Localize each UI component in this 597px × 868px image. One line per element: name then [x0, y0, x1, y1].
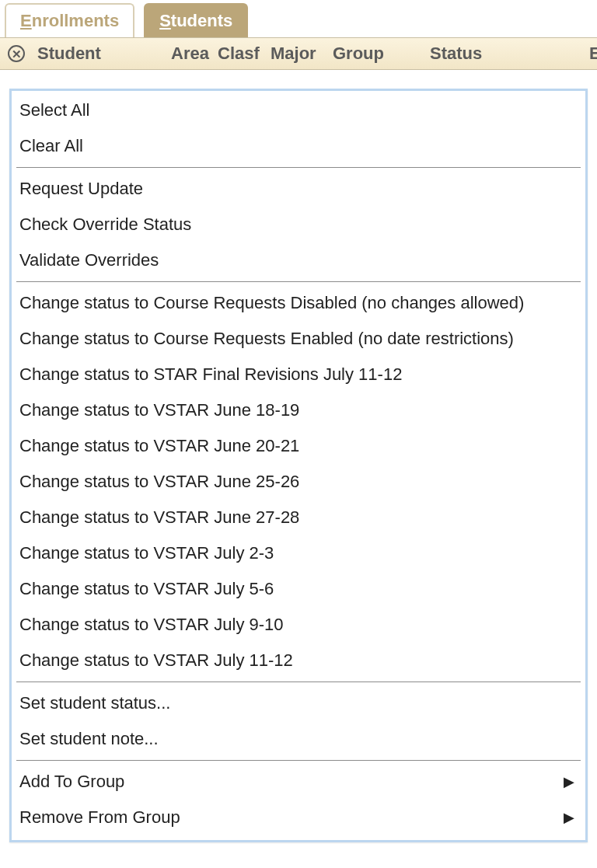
col-header-status[interactable]: Status — [430, 44, 482, 64]
menu-change-status-vstar-jul11[interactable]: Change status to VSTAR July 11-12 — [12, 643, 585, 678]
menu-item-label: Change status to VSTAR July 11-12 — [19, 650, 293, 671]
menu-item-label: Add To Group — [19, 772, 124, 792]
menu-remove-from-group[interactable]: Remove From Group ▶ — [12, 800, 585, 835]
menu-item-label: Change status to Course Requests Enabled… — [19, 329, 514, 349]
menu-item-label: Remove From Group — [19, 807, 180, 828]
menu-item-label: Change status to VSTAR June 25-26 — [19, 472, 299, 492]
menu-item-label: Change status to VSTAR July 2-3 — [19, 543, 274, 563]
menu-add-to-group[interactable]: Add To Group ▶ — [12, 764, 585, 800]
menu-change-status-star-final[interactable]: Change status to STAR Final Revisions Ju… — [12, 357, 585, 392]
col-header-major[interactable]: Major — [271, 44, 316, 64]
menu-select-all[interactable]: Select All — [12, 92, 585, 128]
menu-change-status-vstar-jul5[interactable]: Change status to VSTAR July 5-6 — [12, 571, 585, 607]
menu-set-student-status[interactable]: Set student status... — [12, 685, 585, 721]
menu-item-label: Request Update — [19, 179, 143, 199]
menu-change-status-disabled[interactable]: Change status to Course Requests Disable… — [12, 285, 585, 321]
menu-change-status-vstar-jun20[interactable]: Change status to VSTAR June 20-21 — [12, 428, 585, 464]
close-icon[interactable]: ✕ — [8, 45, 25, 62]
tab-enrollments[interactable]: Enrollments — [5, 3, 134, 37]
menu-change-status-enabled[interactable]: Change status to Course Requests Enabled… — [12, 321, 585, 357]
chevron-right-icon: ▶ — [564, 773, 574, 790]
menu-set-student-note[interactable]: Set student note... — [12, 721, 585, 757]
menu-item-label: Change status to STAR Final Revisions Ju… — [19, 364, 402, 385]
menu-separator — [16, 760, 581, 761]
col-header-trailing[interactable]: E — [589, 44, 597, 64]
menu-item-label: Change status to VSTAR July 9-10 — [19, 615, 284, 635]
menu-change-status-vstar-jun18[interactable]: Change status to VSTAR June 18-19 — [12, 392, 585, 428]
col-header-group[interactable]: Group — [333, 44, 384, 64]
col-header-clasf[interactable]: Clasf — [218, 44, 260, 64]
menu-separator — [16, 682, 581, 682]
tab-students-hotkey: S — [159, 11, 171, 31]
col-header-student[interactable]: Student — [37, 44, 101, 64]
menu-item-label: Change status to Course Requests Disable… — [19, 293, 524, 313]
menu-item-label: Validate Overrides — [19, 250, 159, 270]
tab-students[interactable]: Students — [144, 3, 248, 37]
menu-check-override-status[interactable]: Check Override Status — [12, 207, 585, 242]
menu-item-label: Select All — [19, 100, 90, 120]
menu-change-status-vstar-jun25[interactable]: Change status to VSTAR June 25-26 — [12, 464, 585, 500]
menu-request-update[interactable]: Request Update — [12, 171, 585, 207]
menu-item-label: Change status to VSTAR June 27-28 — [19, 507, 299, 528]
tab-students-rest: tudents — [171, 11, 232, 31]
context-menu: Select All Clear All Request Update Chec… — [9, 89, 588, 842]
menu-clear-all[interactable]: Clear All — [12, 128, 585, 164]
menu-separator — [16, 281, 581, 282]
menu-item-label: Change status to VSTAR June 20-21 — [19, 436, 299, 456]
menu-item-label: Clear All — [19, 136, 83, 156]
menu-change-status-vstar-jun27[interactable]: Change status to VSTAR June 27-28 — [12, 500, 585, 535]
menu-item-label: Set student status... — [19, 693, 170, 713]
tabs-row: Enrollments Students — [0, 0, 597, 37]
menu-item-label: Change status to VSTAR June 18-19 — [19, 400, 299, 420]
menu-item-label: Check Override Status — [19, 214, 191, 235]
menu-item-label: Set student note... — [19, 729, 159, 749]
chevron-right-icon: ▶ — [564, 809, 574, 826]
menu-separator — [16, 167, 581, 168]
menu-item-label: Change status to VSTAR July 5-6 — [19, 579, 274, 599]
col-header-area[interactable]: Area — [171, 44, 209, 64]
tab-enrollments-rest: nrollments — [32, 11, 119, 31]
column-header-bar: ✕ Student Area Clasf Major Group Status … — [0, 37, 597, 70]
tab-enrollments-hotkey: E — [20, 11, 32, 31]
menu-change-status-vstar-jul2[interactable]: Change status to VSTAR July 2-3 — [12, 535, 585, 571]
menu-change-status-vstar-jul9[interactable]: Change status to VSTAR July 9-10 — [12, 607, 585, 643]
menu-validate-overrides[interactable]: Validate Overrides — [12, 242, 585, 278]
